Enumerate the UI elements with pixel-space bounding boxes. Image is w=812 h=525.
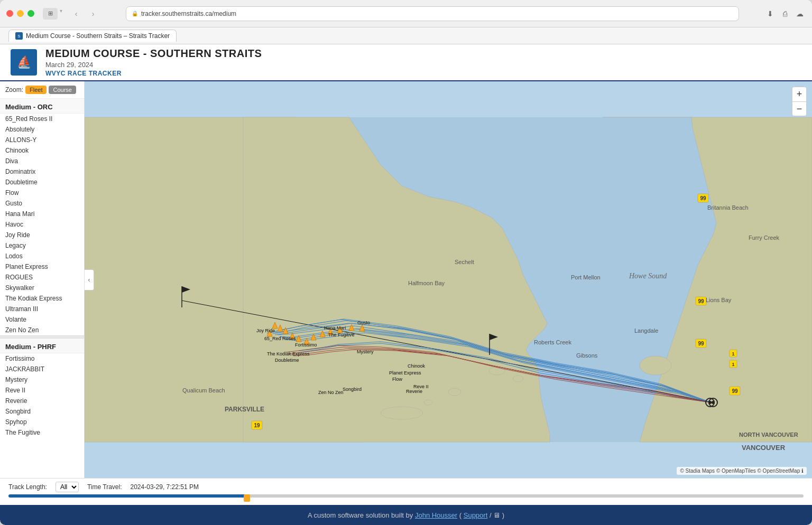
svg-text:Furry Creek: Furry Creek xyxy=(749,235,780,241)
footer-support-link[interactable]: Support xyxy=(464,511,488,519)
list-item[interactable]: Mystery xyxy=(0,374,84,385)
list-item[interactable]: 65_Red Roses II xyxy=(0,114,84,124)
url-text: tracker.southernstraits.ca/medium xyxy=(141,10,236,17)
forward-button[interactable]: › xyxy=(86,8,100,20)
footer-paren-close: ) xyxy=(502,511,504,519)
sidebar-toggle[interactable]: ⊞ ▾ xyxy=(43,8,62,20)
list-item[interactable]: The Kodiak Express xyxy=(0,293,84,304)
list-item[interactable]: Doubletime xyxy=(0,177,84,188)
svg-point-3 xyxy=(513,376,523,382)
zoom-fleet-button[interactable]: Fleet xyxy=(25,86,47,94)
tab-title: Medium Course - Southern Straits – Strai… xyxy=(26,32,170,40)
traffic-lights xyxy=(6,10,34,17)
svg-text:Reverie: Reverie xyxy=(406,389,422,394)
svg-text:65_Red Roses: 65_Red Roses xyxy=(264,336,296,341)
tabbar: S Medium Course - Southern Straits – Str… xyxy=(0,27,812,44)
active-tab[interactable]: S Medium Course - Southern Straits – Str… xyxy=(8,30,177,42)
time-slider-container xyxy=(8,494,804,502)
list-item[interactable]: Ultraman III xyxy=(0,304,84,314)
list-item[interactable]: The Fugitive xyxy=(0,427,84,438)
map-zoom-in-button[interactable]: + xyxy=(792,87,807,101)
minimize-button[interactable] xyxy=(17,10,24,17)
logo: ⛵ xyxy=(11,49,37,76)
footer-icon: 🖥 xyxy=(493,511,500,519)
svg-text:Qualicum Beach: Qualicum Beach xyxy=(182,387,225,393)
svg-point-4 xyxy=(448,388,461,396)
sidebar-collapse-button[interactable]: ‹ xyxy=(85,269,94,290)
svg-text:VANCOUVER: VANCOUVER xyxy=(742,444,786,452)
svg-text:Joy Ride: Joy Ride xyxy=(256,328,275,333)
footer-author-link[interactable]: John Housser xyxy=(415,511,457,519)
zoom-controls: Zoom: Fleet Course xyxy=(0,81,84,99)
map-zoom-controls: + − xyxy=(792,87,807,116)
bottom-controls: Track Length: All 1h 2h 4h Time Travel: … xyxy=(8,482,804,492)
nav-arrows: ‹ › xyxy=(69,8,100,20)
svg-text:Gusto: Gusto xyxy=(357,320,370,325)
svg-text:Chinook: Chinook xyxy=(408,363,426,369)
maximize-button[interactable] xyxy=(27,10,34,17)
url-bar[interactable]: 🔒 tracker.southernstraits.ca/medium xyxy=(126,6,739,21)
list-item[interactable]: ALLONS-Y xyxy=(0,135,84,145)
sidebar-icon[interactable]: ⊞ xyxy=(43,8,58,20)
list-item[interactable]: Lodos xyxy=(0,251,84,261)
header-date: March 29, 2024 xyxy=(45,61,262,69)
list-item[interactable]: Songbird xyxy=(0,406,84,417)
list-item[interactable]: Spyhop xyxy=(0,417,84,427)
svg-point-1 xyxy=(640,356,671,375)
footer-prefix: A custom software solution built by xyxy=(308,511,415,519)
header-text: MEDIUM COURSE - SOUTHERN STRAITS March 2… xyxy=(45,48,262,77)
lock-icon: 🔒 xyxy=(132,11,138,16)
list-item[interactable]: Diva xyxy=(0,156,84,166)
list-item[interactable]: Hana Mari xyxy=(0,209,84,219)
svg-text:Planet Express: Planet Express xyxy=(389,370,421,376)
bottom-bar: Track Length: All 1h 2h 4h Time Travel: … xyxy=(0,478,812,505)
svg-text:Langdale: Langdale xyxy=(634,327,658,334)
list-item[interactable]: Legacy xyxy=(0,240,84,251)
svg-point-6 xyxy=(381,407,423,419)
list-item[interactable]: Zen No Zen xyxy=(0,325,84,335)
list-item[interactable]: Joy Ride xyxy=(0,230,84,240)
header-link[interactable]: WVYC RACE TRACKER xyxy=(45,70,262,77)
zoom-course-button[interactable]: Course xyxy=(49,86,76,94)
svg-text:Songbird: Songbird xyxy=(343,387,362,392)
back-button[interactable]: ‹ xyxy=(69,8,84,20)
svg-text:Howe Sound: Howe Sound xyxy=(629,272,667,280)
list-item[interactable]: Reve II xyxy=(0,385,84,396)
cloud-icon[interactable]: ☁ xyxy=(794,8,806,20)
list-item[interactable]: Havoc xyxy=(0,219,84,230)
tab-favicon: S xyxy=(15,32,23,40)
svg-text:1: 1 xyxy=(732,362,734,367)
track-length-select[interactable]: All 1h 2h 4h xyxy=(56,482,79,492)
list-item[interactable]: Fortissimo xyxy=(0,353,84,364)
body-layout: Zoom: Fleet Course Medium - ORC 65_Red R… xyxy=(0,81,812,478)
svg-text:1: 1 xyxy=(732,351,734,357)
list-item[interactable]: Gusto xyxy=(0,198,84,209)
list-item[interactable]: Planet Express xyxy=(0,261,84,272)
svg-text:Lions Bay: Lions Bay xyxy=(706,297,732,303)
list-item[interactable]: JACKRABBIT xyxy=(0,364,84,374)
map-zoom-out-button[interactable]: − xyxy=(792,101,807,116)
list-item[interactable]: Absolutely xyxy=(0,124,84,135)
svg-text:The Kodiak Express: The Kodiak Express xyxy=(267,351,310,357)
footer-text: A custom software solution built by John… xyxy=(308,511,504,519)
list-item[interactable]: ROGUES xyxy=(0,272,84,283)
svg-text:Sechelt: Sechelt xyxy=(455,259,474,265)
track-length-label: Track Length: xyxy=(8,483,47,491)
map-container[interactable]: ‹ xyxy=(85,81,812,478)
list-item[interactable]: Dominatrix xyxy=(0,166,84,177)
svg-text:The Fugitive: The Fugitive xyxy=(328,332,355,338)
svg-text:Zen No Zen: Zen No Zen xyxy=(318,390,344,395)
download-icon[interactable]: ⬇ xyxy=(764,8,776,20)
zoom-label: Zoom: xyxy=(5,86,23,93)
list-item[interactable]: Reverie xyxy=(0,396,84,406)
list-item[interactable]: Volante xyxy=(0,314,84,325)
svg-text:NORTH VANCOUVER: NORTH VANCOUVER xyxy=(739,432,798,438)
close-button[interactable] xyxy=(6,10,13,17)
list-item[interactable]: Chinook xyxy=(0,145,84,156)
list-item[interactable]: Flow xyxy=(0,188,84,198)
svg-point-5 xyxy=(424,400,432,405)
svg-text:19: 19 xyxy=(254,423,260,428)
list-item[interactable]: Skywalker xyxy=(0,283,84,293)
time-slider-thumb[interactable] xyxy=(244,494,250,502)
share-icon[interactable]: ⎙ xyxy=(779,8,791,20)
